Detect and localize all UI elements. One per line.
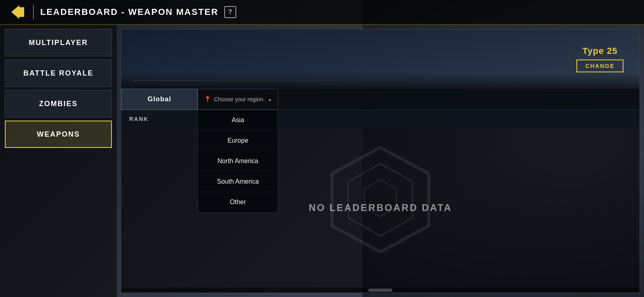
banner-image: Type 25 CHANGE [121, 29, 640, 89]
help-button[interactable]: ? [224, 6, 236, 18]
sidebar-item-zombies[interactable]: ZOMBIES [5, 90, 112, 117]
svg-marker-0 [11, 5, 19, 19]
tab-bar: Global 📍 Choose your region. ▲ Asia Euro… [121, 89, 640, 110]
svg-marker-4 [348, 164, 413, 236]
rank-header: RANK [129, 116, 178, 122]
sidebar-item-battle-royale[interactable]: BATTLE ROYALE [5, 59, 112, 87]
dropdown-item-south-america[interactable]: South America [198, 172, 278, 192]
scrollbar-thumb [368, 289, 392, 292]
sidebar-item-multiplayer[interactable]: MULTIPLAYER [5, 29, 112, 56]
page-title: LEADERBOARD - WEAPON MASTER [40, 7, 219, 17]
dropdown-item-asia[interactable]: Asia [198, 110, 278, 131]
header-bar: LEADERBOARD - WEAPON MASTER ? [0, 0, 644, 25]
empty-message: NO LEADERBOARD DATA [309, 202, 452, 213]
header-divider [33, 5, 34, 19]
weapon-name: Type 25 [582, 46, 617, 56]
scrollbar[interactable] [121, 288, 640, 293]
dropdown-arrow-icon: ▲ [268, 97, 272, 102]
sidebar: MULTIPLAYER BATTLE ROYALE ZOMBIES WEAPON… [0, 25, 117, 297]
back-button[interactable] [8, 3, 27, 21]
tab-region[interactable]: 📍 Choose your region. ▲ [198, 89, 278, 110]
change-weapon-button[interactable]: CHANGE [576, 59, 623, 72]
dropdown-item-north-america[interactable]: North America [198, 151, 278, 172]
location-icon: 📍 [204, 96, 211, 102]
leaderboard-panel: Type 25 CHANGE Global 📍 Choose your regi… [121, 29, 640, 293]
tab-global[interactable]: Global [121, 89, 198, 110]
region-dropdown: Asia Europe North America South America … [198, 110, 278, 213]
dropdown-item-europe[interactable]: Europe [198, 131, 278, 151]
dropdown-item-other[interactable]: Other [198, 192, 278, 212]
main-content: Type 25 CHANGE Global 📍 Choose your regi… [117, 25, 644, 297]
weapon-info: Type 25 CHANGE [576, 46, 623, 72]
region-label: Choose your region. [214, 96, 265, 102]
sidebar-item-weapons[interactable]: WEAPONS [5, 121, 112, 148]
svg-rect-1 [19, 7, 24, 17]
